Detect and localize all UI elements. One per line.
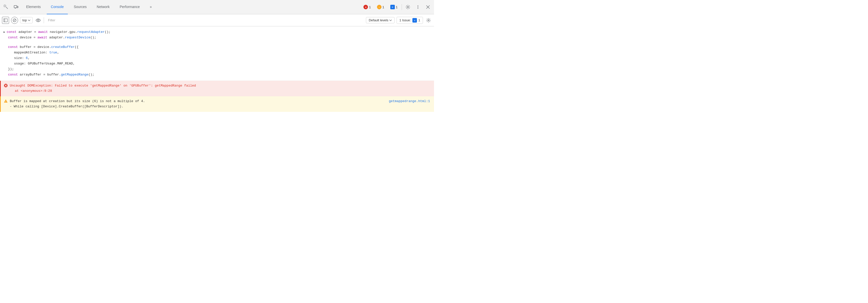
close-icon[interactable] (424, 3, 432, 11)
settings-icon[interactable] (404, 3, 412, 11)
clear-console-icon[interactable] (11, 17, 18, 24)
info-badge: ≡ (390, 5, 395, 9)
svg-rect-14 (4, 19, 7, 22)
svg-point-20 (428, 20, 429, 21)
svg-rect-15 (4, 19, 5, 22)
error-badge: ✕ (364, 5, 368, 9)
error-message: Uncaught DOMException: Failed to execute… (0, 81, 434, 96)
console-toolbar: top Default levels 1 Issue: (0, 14, 434, 26)
filter-input[interactable] (46, 17, 92, 24)
toolbar-right: Default levels 1 Issue: ≡ 1 (366, 17, 432, 24)
warn-subtext: - While calling [Device].CreateBuffer([B… (10, 104, 387, 109)
live-expressions-icon[interactable] (35, 17, 42, 24)
warn-count-button[interactable]: ! 1 (375, 4, 386, 10)
svg-text:✕: ✕ (365, 6, 367, 8)
context-selector[interactable]: top (20, 17, 33, 23)
code-line-8: const arrayBuffer = buffer.getMappedRang… (8, 72, 430, 77)
tab-bar-left: Elements Console Sources Network Perform… (2, 0, 361, 14)
warn-count: 1 (382, 5, 384, 9)
warn-text: Buffer is mapped at creation but its siz… (10, 99, 387, 104)
error-subtext: at <anonymous>:9:28 (10, 89, 196, 94)
code-line-2: const device = await adapter.requestDevi… (8, 35, 430, 40)
tab-bar: Elements Console Sources Network Perform… (0, 0, 434, 14)
svg-rect-0 (4, 5, 6, 7)
console-content: ▶ const adapter = await navigator.gpu.re… (0, 26, 434, 152)
console-settings-icon[interactable] (425, 17, 432, 24)
svg-point-10 (407, 6, 409, 8)
error-count: 1 (369, 5, 371, 9)
tab-more[interactable]: » (146, 0, 156, 14)
sidebar-toggle-button[interactable] (2, 17, 9, 24)
code-line-4: mappedAtCreation: true, (8, 50, 430, 56)
svg-text:!: ! (379, 6, 379, 8)
warn-main: Buffer is mapped at creation but its siz… (10, 99, 387, 109)
tab-performance[interactable]: Performance (116, 0, 144, 14)
error-content: Uncaught DOMException: Failed to execute… (10, 83, 196, 94)
more-options-icon[interactable] (414, 3, 422, 11)
issues-count: 1 (418, 18, 420, 22)
svg-text:≡: ≡ (392, 6, 393, 8)
svg-point-13 (418, 8, 418, 9)
tab-network[interactable]: Network (93, 0, 114, 14)
warn-icon: ! (4, 99, 8, 106)
toolbar-left: top (2, 17, 92, 24)
divider-1 (402, 4, 402, 10)
levels-chevron-icon (389, 20, 392, 21)
svg-point-11 (418, 5, 418, 6)
tab-elements[interactable]: Elements (22, 0, 45, 14)
error-count-button[interactable]: ✕ 1 (362, 4, 373, 10)
tab-bar-right: ✕ 1 ! 1 ≡ 1 (362, 3, 432, 11)
info-count: 1 (396, 5, 398, 9)
inspect-element-icon[interactable] (2, 3, 10, 11)
error-icon (4, 83, 8, 90)
levels-label: Default levels (369, 18, 388, 22)
code-line-3: const buffer = device.createBuffer({ (8, 44, 430, 50)
chevron-down-icon (28, 20, 30, 21)
context-label: top (22, 18, 27, 22)
issues-count-badge: ≡ (412, 18, 417, 23)
issues-label: 1 Issue: (399, 18, 411, 22)
tab-console[interactable]: Console (47, 0, 68, 14)
device-toolbar-icon[interactable] (12, 3, 20, 11)
svg-point-12 (418, 7, 418, 7)
blank-line (8, 40, 430, 44)
code-line-5: size: 6, (8, 56, 430, 61)
default-levels-button[interactable]: Default levels (366, 17, 395, 23)
warn-message: ! Buffer is mapped at creation but its s… (0, 96, 434, 112)
code-line-6: usage: GPUBufferUsage.MAP_READ, (8, 61, 430, 66)
issues-button[interactable]: 1 Issue: ≡ 1 (397, 17, 423, 24)
svg-text:!: ! (5, 100, 6, 103)
error-text: Uncaught DOMException: Failed to execute… (10, 83, 196, 89)
svg-point-17 (37, 20, 39, 21)
warn-source-link[interactable]: getmappedrange.html:1 (389, 99, 430, 104)
svg-rect-2 (17, 6, 18, 8)
code-block-main: ▶ const adapter = await navigator.gpu.re… (0, 26, 434, 81)
expand-arrow-icon[interactable]: ▶ (3, 30, 5, 35)
code-line-7: }); (8, 66, 430, 72)
svg-rect-1 (14, 5, 17, 8)
warn-badge: ! (377, 5, 381, 9)
warn-content: Buffer is mapped at creation but its siz… (10, 99, 430, 109)
svg-text:≡: ≡ (414, 19, 415, 22)
code-line-1: ▶ const adapter = await navigator.gpu.re… (8, 29, 430, 35)
tab-sources[interactable]: Sources (70, 0, 91, 14)
info-count-button[interactable]: ≡ 1 (388, 4, 400, 10)
